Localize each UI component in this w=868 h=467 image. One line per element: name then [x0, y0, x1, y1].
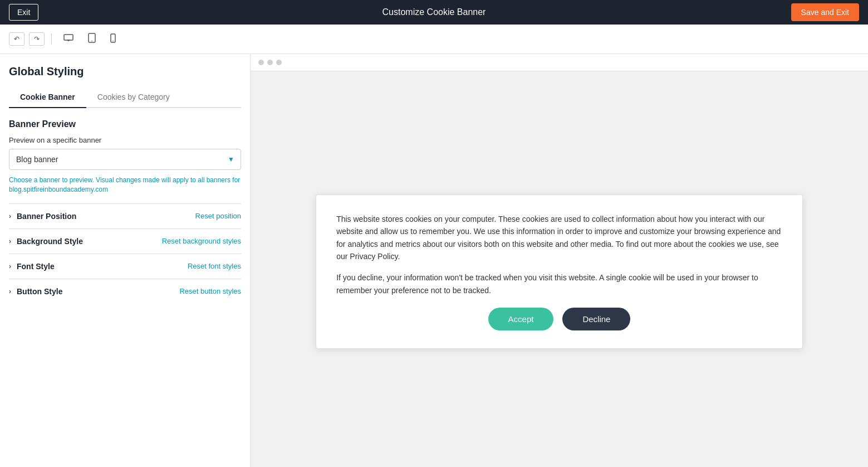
accordion-item-background-style: › Background Style Reset background styl…	[9, 228, 241, 254]
redo-button[interactable]: ↷	[29, 32, 45, 46]
global-styling-title: Global Styling	[9, 65, 241, 78]
cookie-banner-paragraph1: This website stores cookies on your comp…	[336, 213, 782, 263]
reset-button-link[interactable]: Reset button styles	[179, 287, 241, 295]
tab-cookies-by-category[interactable]: Cookies by Category	[86, 87, 181, 108]
accordion-item-button-style: › Button Style Reset button styles	[9, 279, 241, 304]
top-bar: Exit Customize Cookie Banner Save and Ex…	[0, 0, 868, 25]
decline-button[interactable]: Decline	[562, 308, 630, 330]
banner-preview-title: Banner Preview	[9, 119, 241, 129]
toolbar-divider	[51, 33, 52, 45]
font-style-label: Font Style	[17, 262, 55, 271]
svg-point-6	[112, 40, 114, 41]
accordion-left-font-style: › Font Style	[9, 262, 55, 271]
chevron-right-icon: ›	[9, 212, 11, 220]
toolbar: ↶ ↷	[0, 25, 868, 54]
accordion-header-background-style[interactable]: › Background Style Reset background styl…	[9, 229, 241, 254]
cookie-banner-paragraph2: If you decline, your information won't b…	[336, 271, 782, 296]
preview-on-banner-label: Preview on a specific banner	[9, 136, 241, 144]
page-title: Customize Cookie Banner	[382, 7, 486, 17]
chevron-right-icon-font: ›	[9, 262, 11, 270]
tabs-container: Cookie Banner Cookies by Category	[9, 87, 241, 108]
banner-select-wrapper: Blog banner Homepage banner Landing page…	[9, 149, 241, 170]
accordion-item-font-style: › Font Style Reset font styles	[9, 254, 241, 279]
reset-position-link[interactable]: Reset position	[195, 212, 241, 220]
accept-button[interactable]: Accept	[488, 308, 554, 330]
desktop-view-button[interactable]	[58, 31, 79, 47]
accordion-header-font-style[interactable]: › Font Style Reset font styles	[9, 254, 241, 279]
mobile-view-button[interactable]	[105, 31, 121, 48]
browser-dot-1	[258, 60, 264, 65]
save-exit-button[interactable]: Save and Exit	[791, 3, 859, 21]
cookie-banner-preview: This website stores cookies on your comp…	[316, 194, 803, 349]
right-panel: This website stores cookies on your comp…	[251, 54, 868, 467]
background-style-label: Background Style	[17, 237, 83, 246]
chevron-right-icon-btn: ›	[9, 288, 11, 295]
accordion-left-button-style: › Button Style	[9, 287, 62, 296]
accordion-header-button-style[interactable]: › Button Style Reset button styles	[9, 279, 241, 304]
main-layout: Global Styling Cookie Banner Cookies by …	[0, 54, 868, 467]
banner-helper-text: Choose a banner to preview. Visual chang…	[9, 176, 241, 194]
svg-rect-0	[64, 35, 73, 40]
browser-dot-2	[267, 60, 273, 65]
tab-cookie-banner[interactable]: Cookie Banner	[9, 87, 86, 108]
exit-button[interactable]: Exit	[9, 4, 38, 21]
preview-wrapper: This website stores cookies on your comp…	[251, 54, 868, 467]
reset-background-link[interactable]: Reset background styles	[162, 237, 241, 245]
chevron-right-icon-bg: ›	[9, 237, 11, 245]
accordion-left-background-style: › Background Style	[9, 237, 83, 246]
browser-chrome	[251, 54, 868, 71]
accordion-item-banner-position: › Banner Position Reset position	[9, 203, 241, 228]
tablet-view-button[interactable]	[83, 30, 101, 48]
cookie-banner-actions: Accept Decline	[336, 308, 782, 330]
banner-preview-section: Banner Preview Preview on a specific ban…	[9, 119, 241, 194]
banner-select[interactable]: Blog banner Homepage banner Landing page…	[9, 149, 241, 170]
preview-inner: This website stores cookies on your comp…	[251, 71, 868, 467]
left-panel: Global Styling Cookie Banner Cookies by …	[0, 54, 251, 467]
svg-point-4	[91, 41, 92, 42]
reset-font-link[interactable]: Reset font styles	[188, 262, 241, 270]
accordion-header-banner-position[interactable]: › Banner Position Reset position	[9, 204, 241, 228]
accordion-left-banner-position: › Banner Position	[9, 212, 76, 221]
undo-button[interactable]: ↶	[9, 32, 24, 46]
accordion-container: › Banner Position Reset position › Backg…	[9, 203, 241, 304]
button-style-label: Button Style	[17, 287, 62, 296]
browser-dot-3	[276, 60, 282, 65]
banner-position-label: Banner Position	[17, 212, 76, 221]
